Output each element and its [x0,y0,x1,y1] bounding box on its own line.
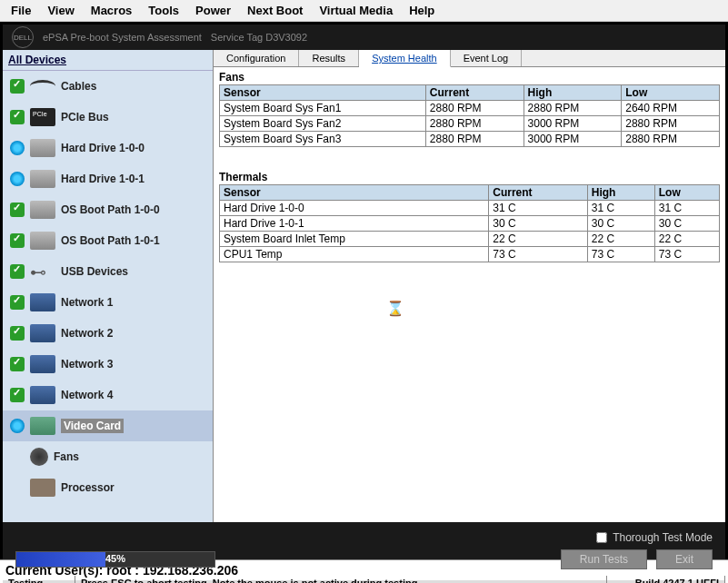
table-row: Hard Drive 1-0-031 C31 C31 C [220,201,720,216]
table-cell: 2640 RPM [622,101,720,116]
thermals-table: SensorCurrentHighLowHard Drive 1-0-031 C… [219,184,720,262]
check-status-icon [10,264,25,279]
table-cell: 31 C [489,201,588,216]
exit-button[interactable]: Exit [656,549,713,569]
table-cell: System Board Sys Fan1 [220,101,426,116]
menu-macros[interactable]: Macros [84,2,140,19]
table-cell: 30 C [654,216,719,232]
device-item-fans[interactable]: Fans [3,441,213,472]
fan-icon [30,448,48,466]
device-label: Network 1 [61,296,113,309]
device-item-os-boot-path-1-0-1[interactable]: OS Boot Path 1-0-1 [3,225,213,256]
table-cell: Hard Drive 1-0-0 [220,201,489,216]
tab-content: Fans SensorCurrentHighLowSystem Board Sy… [214,67,725,522]
device-item-hard-drive-1-0-1[interactable]: Hard Drive 1-0-1 [3,163,213,194]
table-cell: 22 C [654,232,719,247]
device-item-os-boot-path-1-0-0[interactable]: OS Boot Path 1-0-0 [3,194,213,225]
header-service-tag: Service Tag D3V3092 [211,32,307,43]
device-item-network-1[interactable]: Network 1 [3,287,213,318]
tab-event-log[interactable]: Event Log [451,50,523,66]
status-build: Build 4247.1 UEFI [607,576,725,583]
col-header: Low [654,185,719,201]
usb-icon [30,262,55,281]
table-row: System Board Inlet Temp22 C22 C22 C [220,232,720,247]
none-status-icon [10,450,25,464]
table-cell: 73 C [489,247,588,262]
device-label: Network 2 [61,327,113,340]
header-title: ePSA Pre-boot System Assessment [43,32,202,43]
table-cell: 22 C [489,232,588,247]
table-cell: 73 C [654,247,719,262]
table-row: System Board Sys Fan12880 RPM2880 RPM264… [220,101,720,116]
device-item-video-card[interactable]: Video Card [3,410,213,441]
check-status-icon [10,203,25,217]
cpu-icon [30,479,55,497]
cable-icon [30,80,55,93]
device-label: PCIe Bus [61,111,109,124]
progress-bar: 45% [15,551,215,568]
device-item-pcie-bus[interactable]: PCIe Bus [3,102,213,133]
table-cell: 2880 RPM [524,101,622,116]
device-item-cables[interactable]: Cables [3,71,213,102]
check-status-icon [10,233,25,248]
run-tests-button[interactable]: Run Tests [561,549,647,569]
device-item-network-4[interactable]: Network 4 [3,380,213,410]
menu-tools[interactable]: Tools [141,2,186,19]
table-cell: 2880 RPM [622,116,720,132]
col-header: Sensor [220,185,489,201]
menu-virtual-media[interactable]: Virtual Media [312,2,400,19]
table-cell: System Board Sys Fan2 [220,116,426,132]
remote-viewer: DELL ePSA Pre-boot System Assessment Ser… [0,22,728,559]
net-icon [30,355,55,373]
tab-configuration[interactable]: Configuration [214,50,299,66]
app-body: All Devices CablesPCIe BusHard Drive 1-0… [3,50,725,522]
table-row: System Board Sys Fan22880 RPM3000 RPM288… [220,116,720,132]
thermals-title: Thermals [219,171,720,183]
main-panel: ConfigurationResultsSystem HealthEvent L… [214,50,725,522]
table-cell: 2880 RPM [425,101,524,116]
col-header: High [524,85,622,101]
menu-file[interactable]: File [4,2,38,19]
col-header: Current [425,85,524,101]
net-icon [30,293,55,311]
menu-next-boot[interactable]: Next Boot [240,2,310,19]
device-item-processor[interactable]: Processor [3,472,213,503]
table-cell: 31 C [654,201,719,216]
device-item-usb-devices[interactable]: USB Devices [3,256,213,287]
menu-help[interactable]: Help [402,2,442,19]
tab-results[interactable]: Results [299,50,359,66]
device-label: USB Devices [61,265,128,278]
device-item-network-2[interactable]: Network 2 [3,318,213,349]
menu-power[interactable]: Power [188,2,238,19]
table-cell: 30 C [489,216,588,232]
table-cell: 2880 RPM [425,132,524,147]
table-cell: 2880 RPM [425,116,524,132]
dell-logo-icon: DELL [12,26,34,48]
table-cell: 73 C [587,247,654,262]
device-item-hard-drive-1-0-0[interactable]: Hard Drive 1-0-0 [3,133,213,163]
thorough-label: Thorough Test Mode [613,531,713,544]
device-label: Network 3 [61,358,113,371]
table-cell: System Board Sys Fan3 [220,132,426,147]
thorough-mode[interactable]: Thorough Test Mode [596,531,713,544]
device-sidebar[interactable]: All Devices CablesPCIe BusHard Drive 1-0… [3,50,214,522]
table-cell: 3000 RPM [524,116,622,132]
menu-view[interactable]: View [40,2,81,19]
tab-system-health[interactable]: System Health [359,50,451,67]
col-header: Current [489,185,588,201]
fans-title: Fans [219,71,720,84]
device-label: OS Boot Path 1-0-1 [61,234,160,247]
table-cell: 2880 RPM [622,132,720,147]
tab-bar: ConfigurationResultsSystem HealthEvent L… [214,50,725,67]
thorough-checkbox[interactable] [596,532,607,543]
check-status-icon [10,388,25,402]
check-status-icon [10,295,25,310]
device-label: Network 4 [61,389,113,401]
device-item-network-3[interactable]: Network 3 [3,349,213,380]
col-header: High [587,185,654,201]
app-header: DELL ePSA Pre-boot System Assessment Ser… [3,25,725,50]
col-header: Sensor [220,85,426,101]
net-icon [30,386,55,404]
video-icon [30,417,55,435]
device-label: Fans [54,450,79,463]
